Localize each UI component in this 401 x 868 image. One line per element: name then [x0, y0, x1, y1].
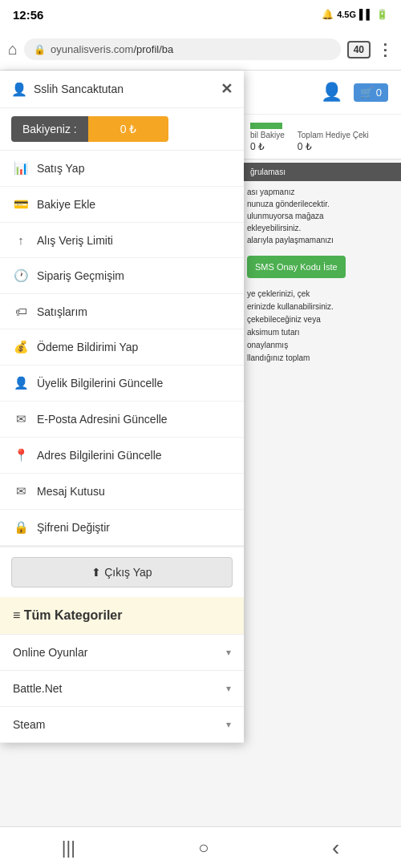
signal-bars-icon: ▌▌: [359, 9, 373, 20]
menu-item-alis-veris-limiti[interactable]: ↑ Alış Veriş Limiti: [0, 223, 244, 258]
menu-user-icon: 👤: [11, 82, 27, 97]
logout-btn-wrapper: ⬆ Çıkış Yap: [0, 547, 244, 597]
menu-item-mesaj-kutusu[interactable]: ✉ Mesaj Kutusu: [0, 474, 244, 510]
browser-home-icon[interactable]: ⌂: [8, 40, 18, 59]
card-icon: 💳: [13, 197, 29, 212]
lock-icon: 🔒: [13, 520, 29, 535]
menu-item-odeme-bildirimi-yap[interactable]: 💰 Ödeme Bildirimi Yap: [0, 329, 244, 365]
menu-item-label: Sipariş Geçmişim: [37, 269, 124, 282]
green-bar: [250, 123, 282, 129]
sms-button[interactable]: SMS Onay Kodu İste: [247, 256, 346, 278]
battery-icon: 🔋: [376, 9, 388, 20]
balance-col2-val: 0 ₺: [298, 141, 369, 152]
email-icon: ✉: [13, 412, 29, 426]
chevron-down-icon: ▾: [226, 647, 231, 658]
header-icons: 👤 🛒 0: [321, 82, 388, 103]
chevron-down-icon: ▾: [226, 683, 231, 694]
menu-item-adres-guncelle[interactable]: 📍 Adres Bilgilerini Güncelle: [0, 438, 244, 474]
nav-home-button[interactable]: ○: [182, 831, 225, 865]
category-label: Online Oyunlar: [13, 646, 87, 659]
upload-icon: ↑: [13, 233, 29, 247]
menu-item-label: Satışlarım: [37, 305, 87, 318]
menu-item-satis-yap[interactable]: 📊 Satış Yap: [0, 151, 244, 187]
balance-label: Bakiyeniz :: [11, 116, 88, 142]
menu-items: 📊 Satış Yap 💳 Bakiye Ekle ↑ Alış Veriş L…: [0, 151, 244, 547]
right-content: bil Bakiye 0 ₺ Toplam Hediye Çeki 0 ₺ ğr…: [244, 115, 401, 868]
balance-col-1: bil Bakiye 0 ₺: [250, 131, 285, 152]
menu-item-label: Üyelik Bilgilerini Güncelle: [37, 377, 163, 390]
tab-count[interactable]: 40: [347, 41, 371, 59]
tag-icon: 🏷: [13, 305, 29, 318]
url-text: oyunalisveris.com/profil/ba: [51, 43, 173, 55]
menu-item-label: Ödeme Bildirimi Yap: [37, 341, 138, 353]
menu-item-label: Satış Yap: [37, 162, 84, 175]
chart-icon: 📊: [13, 161, 29, 176]
logout-button[interactable]: ⬆ Çıkış Yap: [11, 557, 233, 587]
menu-item-sifre-degistir[interactable]: 🔒 Şifreni Değiştir: [0, 510, 244, 546]
cart-icon-wrapper[interactable]: 🛒 0: [354, 83, 388, 102]
menu-item-label: Alış Veriş Limiti: [37, 234, 113, 247]
overlay-menu: 👤 Sslih Sancaktutan ✕ Bakiyeniz : 0 ₺ 📊 …: [0, 71, 244, 743]
nav-back-button[interactable]: ‹: [316, 829, 355, 867]
menu-header: 👤 Sslih Sancaktutan ✕: [0, 71, 244, 108]
category-item-battle-net[interactable]: Battle.Net ▾: [0, 671, 244, 707]
balance-col1-val: 0 ₺: [250, 141, 285, 152]
categories-section: ≡ Tüm Kategoriler Online Oyunlar ▾ Battl…: [0, 597, 244, 743]
signal-text: 4.5G: [337, 10, 356, 19]
location-icon: 📍: [13, 448, 29, 462]
balance-table-row: bil Bakiye 0 ₺ Toplam Hediye Çeki 0 ₺: [250, 131, 395, 152]
chevron-down-icon: ▾: [226, 719, 231, 730]
menu-item-label: Adres Bilgilerini Güncelle: [37, 449, 162, 462]
more-menu-icon[interactable]: ⋮: [377, 40, 393, 59]
balance-col-2: Toplam Hediye Çeki 0 ₺: [298, 131, 369, 152]
bottom-right-text: ye çeklerinizi, çek erinizde kullanabili…: [244, 283, 401, 369]
nav-menu-button[interactable]: |||: [46, 831, 91, 865]
user-icon: 👤: [321, 82, 342, 103]
menu-item-label: Mesaj Kutusu: [37, 485, 105, 498]
categories-header-text: ≡ Tüm Kategoriler: [13, 608, 122, 623]
cart-count: 0: [376, 87, 382, 99]
url-bar[interactable]: 🔒 oyunalisveris.com/profil/ba: [24, 38, 341, 60]
nav-bar: ||| ○ ‹: [0, 826, 401, 868]
menu-close-button[interactable]: ✕: [221, 80, 233, 98]
inbox-icon: ✉: [13, 484, 29, 499]
menu-item-siparis-gecmisim[interactable]: 🕐 Sipariş Geçmişim: [0, 258, 244, 294]
balance-col2-header: Toplam Hediye Çeki: [298, 131, 369, 139]
right-text-block: ası yapmanız nunuza gönderilecektir. ulu…: [244, 181, 401, 251]
balance-col1-header: bil Bakiye: [250, 131, 285, 139]
category-item-online-oyunlar[interactable]: Online Oyunlar ▾: [0, 635, 244, 671]
menu-item-satislarim[interactable]: 🏷 Satışlarım: [0, 294, 244, 329]
menu-item-bakiye-ekle[interactable]: 💳 Bakiye Ekle: [0, 187, 244, 223]
main-content: 👤 🛒 0 bil Bakiye 0 ₺ Toplam Hediye Çeki …: [0, 71, 401, 868]
alarm-icon: 🔔: [322, 9, 334, 20]
cart-icon: 🛒: [360, 87, 373, 99]
balance-row: Bakiyeniz : 0 ₺: [0, 108, 244, 151]
category-item-steam[interactable]: Steam ▾: [0, 707, 244, 743]
menu-item-label: Şifreni Değiştir: [37, 521, 110, 534]
history-icon: 🕐: [13, 268, 29, 283]
balance-value: 0 ₺: [88, 116, 169, 142]
status-time: 12:56: [13, 8, 43, 22]
categories-header: ≡ Tüm Kategoriler: [0, 597, 244, 635]
menu-user-info: 👤 Sslih Sancaktutan: [11, 82, 124, 97]
menu-item-eposta-guncelle[interactable]: ✉ E-Posta Adresini Güncelle: [0, 402, 244, 438]
menu-username: Sslih Sancaktutan: [34, 83, 124, 95]
menu-item-label: Bakiye Ekle: [37, 198, 95, 211]
money-icon: 💰: [13, 340, 29, 354]
status-bar: 12:56 🔔 4.5G ▌▌ 🔋: [0, 0, 401, 29]
menu-item-uyelik-guncelle[interactable]: 👤 Üyelik Bilgilerini Güncelle: [0, 365, 244, 402]
status-icons: 🔔 4.5G ▌▌ 🔋: [322, 9, 388, 20]
category-label: Battle.Net: [13, 682, 62, 695]
category-label: Steam: [13, 718, 45, 731]
browser-bar: ⌂ 🔒 oyunalisveris.com/profil/ba 40 ⋮: [0, 29, 401, 71]
lock-icon: 🔒: [34, 44, 46, 55]
balance-table: bil Bakiye 0 ₺ Toplam Hediye Çeki 0 ₺: [244, 115, 401, 159]
verification-box: ğrulaması: [244, 163, 401, 181]
person-icon: 👤: [13, 376, 29, 390]
menu-item-label: E-Posta Adresini Güncelle: [37, 413, 168, 426]
